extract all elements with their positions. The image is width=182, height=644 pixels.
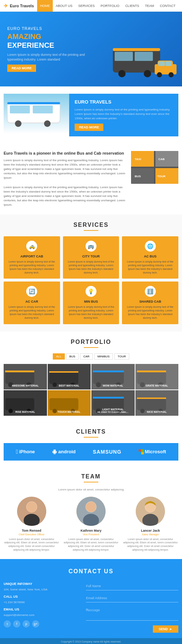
hero-vehicles-svg — [111, 42, 178, 82]
googleplus-icon[interactable]: g+ — [32, 620, 39, 628]
portfolio-item-1[interactable]: BEST MATERIAL — [48, 364, 91, 389]
email-input[interactable] — [86, 594, 178, 602]
service-name-4: Min Bus — [66, 300, 116, 303]
svg-rect-6 — [49, 372, 78, 384]
about-readmore-button[interactable]: READ MORE — [75, 124, 103, 131]
portfolio-item-7[interactable]: NICE MATERIAL — [135, 390, 179, 416]
portfolio-item-4[interactable]: RISE MATERIAL — [4, 390, 47, 416]
microsoft-icon — [139, 449, 144, 454]
clients-section: CLIENTS  iPhone android SAMSUNG Microso… — [0, 423, 182, 466]
svg-rect-37 — [137, 397, 166, 399]
portfolio-item-2[interactable]: WOW MATERIAL — [91, 364, 135, 389]
team-subtitle: Lorem ipsum dolor sit amet, consectetur … — [4, 488, 178, 491]
nav-portfolio[interactable]: PORTFOLIO — [98, 0, 122, 12]
team-role-0: Chief Executive Officer — [4, 533, 59, 536]
svg-rect-21 — [5, 398, 34, 410]
nav-team[interactable]: TEAM — [142, 0, 157, 12]
about-text: Lorem Ipsum is simply dummy text of the … — [75, 108, 173, 121]
portfolio-title: PORTFOLIO — [4, 339, 178, 345]
hero-vehicles — [111, 42, 178, 83]
service-desc-4: Lorem Ipsum is simply dummy text of the … — [66, 305, 116, 319]
service-desc-3: Lorem Ipsum is simply dummy text of the … — [7, 305, 57, 319]
service-card-4: 💡 Min Bus Lorem Ipsum is simply dummy te… — [63, 282, 119, 324]
footer: Copyright © 2013 Company name All rights… — [0, 638, 182, 644]
client-iphone:  iPhone — [16, 449, 35, 455]
contact-form: SEND ► — [86, 582, 178, 633]
client-iphone-label: iPhone — [19, 449, 35, 454]
nav-contact[interactable]: CONTACT — [157, 0, 178, 12]
svg-rect-40 — [139, 452, 141, 454]
contact-company-name: UNIQUE Infoway — [4, 582, 80, 586]
portfolio-section: PORTFOLIO ALL BUS CAR MINIBUS TOUR AWESO… — [0, 331, 182, 423]
portfolio-label-4: RISE MATERIAL — [4, 410, 47, 414]
avatar-placeholder-1 — [76, 497, 106, 526]
filter-car[interactable]: CAR — [80, 353, 93, 360]
hero-cta-button[interactable]: READ MORE — [7, 65, 36, 72]
pioneer-section: Euro Travels is a pioneer in the online … — [0, 144, 182, 214]
send-button[interactable]: SEND ► — [153, 625, 178, 633]
facebook-icon[interactable]: f — [13, 620, 20, 628]
nav-services[interactable]: SERVICES — [75, 0, 98, 12]
portfolio-item-6[interactable]: LIGHT MATERIALHE USED TO CLEAN LABEL... — [91, 390, 135, 416]
portfolio-item-0[interactable]: AWESOME MATERIAL — [4, 364, 47, 389]
portfolio-label-1: BEST MATERIAL — [48, 384, 91, 388]
message-input[interactable] — [86, 606, 178, 621]
service-desc-2: Lorem Ipsum is simply dummy text of the … — [125, 260, 175, 274]
svg-rect-34 — [137, 398, 166, 410]
full-name-input[interactable] — [86, 582, 178, 590]
team-avatar-0 — [17, 497, 46, 526]
hero-section: EURO TRAVELS AMAZING EXPERIENCE Lorem Ip… — [0, 12, 182, 86]
pioneer-para1: Lorem Ipsum is simply dummy text of the … — [4, 158, 126, 180]
avatar-svg-2 — [136, 497, 165, 526]
nav-about[interactable]: ABOUT US — [53, 0, 75, 12]
hero-subtitle: EURO TRAVELS — [7, 26, 87, 31]
about-bus-w2 — [44, 120, 51, 127]
portfolio-filters: ALL BUS CAR MINIBUS TOUR — [4, 353, 178, 360]
taxi-label-2: CAB — [158, 158, 165, 161]
nav-clients[interactable]: CLIENTS — [122, 0, 142, 12]
service-name-5: Shared Cab — [125, 300, 175, 303]
portfolio-item-5[interactable]: TOUCH MATERIAL — [48, 390, 91, 416]
filter-minibus[interactable]: MINIBUS — [94, 353, 113, 360]
team-desc-2: Lorem ipsum dolor sit amet, consectetur … — [123, 538, 178, 552]
car-window-1 — [158, 61, 165, 66]
bus-wheel-2 — [144, 70, 151, 77]
clients-divider — [84, 437, 98, 438]
client-android-label: android — [58, 449, 76, 454]
taxi-grid-svg: TAXI CAB BUS TOUR — [131, 151, 178, 184]
svg-rect-4 — [5, 371, 34, 372]
avatar-svg-1 — [76, 497, 106, 526]
client-samsung-label: SAMSUNG — [93, 449, 122, 455]
about-bus-win1 — [10, 105, 30, 113]
service-name-2: AC Bus — [125, 255, 175, 258]
contact-call-label: Call Us — [4, 595, 80, 598]
hero-title-line2: EXPERIENCE — [7, 41, 54, 49]
taxi-label-4: TOUR — [157, 175, 166, 178]
service-icon-5: ℹ️ — [145, 286, 156, 297]
filter-all[interactable]: ALL — [53, 353, 64, 360]
filter-tour[interactable]: TOUR — [114, 353, 129, 360]
service-desc-5: Lorem Ipsum is simply dummy text of the … — [125, 305, 175, 319]
contact-phone: +1 234 5678990 — [4, 600, 80, 605]
about-bus-svg — [5, 97, 67, 130]
bus-window-2 — [135, 52, 153, 61]
portfolio-item-3[interactable]: GRATE MATERIAL — [135, 364, 179, 389]
team-role-1: Vice President — [63, 533, 119, 536]
team-card-1: Kathren Mary Vice President Lorem ipsum … — [63, 497, 119, 552]
service-icon-4: 💡 — [86, 286, 96, 297]
svg-rect-19 — [137, 371, 166, 372]
twitter-icon[interactable]: t — [4, 620, 11, 628]
portfolio-label-5: TOUCH MATERIAL — [48, 410, 91, 414]
filter-bus[interactable]: BUS — [66, 353, 79, 360]
send-arrow-icon: ► — [169, 627, 173, 631]
logo-text: Euro Travels — [10, 4, 34, 8]
avatar-placeholder-0 — [17, 497, 46, 526]
contact-address: 104, Some street, New York, USA — [4, 587, 80, 592]
pinterest-icon[interactable]: p — [23, 620, 30, 628]
svg-rect-11 — [93, 371, 124, 384]
service-card-0: 🚕 Airport Cab Lorem Ipsum is simply dumm… — [4, 236, 60, 279]
clients-title: CLIENTS — [4, 428, 178, 435]
nav-home[interactable]: HOME — [37, 0, 53, 12]
portfolio-label-2: WOW MATERIAL — [91, 384, 135, 388]
svg-point-45 — [27, 502, 37, 512]
